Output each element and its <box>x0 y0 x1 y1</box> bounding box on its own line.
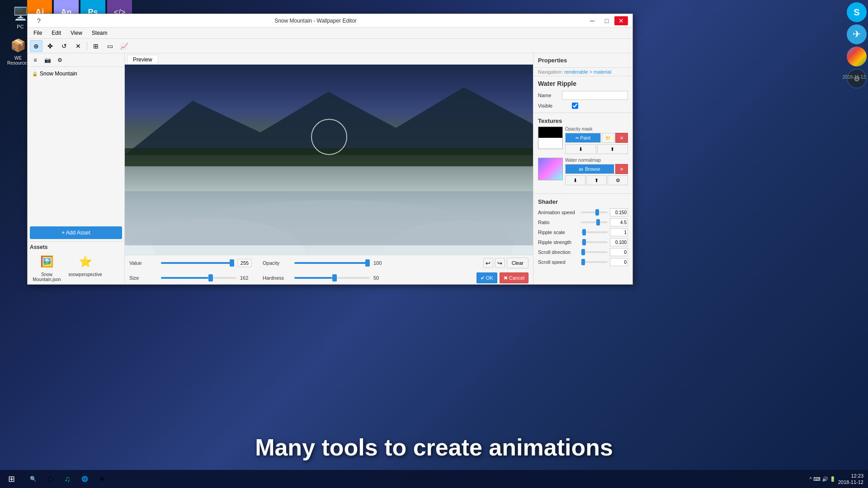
anim-speed-thumb[interactable] <box>595 209 599 216</box>
preview-tab-bar: Preview <box>125 53 533 65</box>
opacity-icon-1[interactable]: ⬇ <box>565 144 596 154</box>
refresh-button[interactable]: ↺ <box>58 40 71 52</box>
scroll-dir-thumb[interactable] <box>581 249 585 255</box>
normalmap-controls: Water normalmap 🗁 Browse ✕ ⬇ ⬆ ⚙ <box>565 158 628 185</box>
tree-item-snow-mountain[interactable]: 🔒 Snow Mountain <box>30 69 122 78</box>
ripple-strength-value[interactable] <box>610 238 628 246</box>
assets-panel: Assets 🖼️ Snow Mountain.json ⭐ snowpersp… <box>28 241 124 284</box>
ratio-thumb[interactable] <box>596 219 600 225</box>
cancel-button[interactable]: ✖ Cancel <box>500 272 528 283</box>
taskbar-cortana[interactable]: ◯ <box>42 471 58 487</box>
list-view-button[interactable]: ≡ <box>30 55 41 65</box>
visible-checkbox[interactable] <box>572 103 578 109</box>
camera-button[interactable]: 📷 <box>42 55 53 65</box>
add-asset-button[interactable]: + Add Asset <box>30 226 122 239</box>
sidebar-toolbar: ≡ 📷 ⚙ <box>28 53 124 67</box>
ripple-scale-slider[interactable] <box>581 229 608 236</box>
hardness-slider-track[interactable] <box>294 277 370 279</box>
scroll-speed-slider[interactable] <box>581 258 608 266</box>
close-tool-button[interactable]: ✕ <box>72 40 85 52</box>
opacity-slider-thumb[interactable] <box>365 259 370 267</box>
clear-button[interactable]: Clear <box>507 258 528 268</box>
taskbar-chrome[interactable]: 🌐 <box>76 471 93 487</box>
close-button[interactable]: ✕ <box>614 16 628 25</box>
menu-steam[interactable]: Steam <box>88 29 111 37</box>
value-input[interactable]: 255 <box>238 259 251 267</box>
paint-btn-row: ✏ Paint 📁 ✕ <box>565 133 628 143</box>
anim-speed-slider[interactable] <box>581 209 608 216</box>
ratio-value[interactable] <box>610 218 628 226</box>
ratio-slider[interactable] <box>581 219 608 226</box>
browse-button[interactable]: 🗁 Browse <box>565 164 614 174</box>
redo-button[interactable]: ↪ <box>495 258 505 268</box>
shader-row-4: Scroll direction <box>538 247 628 257</box>
name-row: Name <box>533 89 632 101</box>
asset-star-icon: ⭐ <box>75 253 95 271</box>
chrome-icon[interactable] <box>847 47 867 66</box>
browse-opacity-button[interactable]: 📁 <box>602 133 614 143</box>
menu-bar: File Edit View Steam <box>28 28 632 39</box>
size-label: Size <box>129 275 156 281</box>
brush-sliders-left: Value 255 Opacity <box>129 258 528 284</box>
ok-cancel-buttons: ✔ OK ✖ Cancel <box>476 272 528 283</box>
tab-preview[interactable]: Preview <box>127 55 158 64</box>
undo-button[interactable]: ↩ <box>483 258 493 268</box>
opacity-icon-2[interactable]: ⬆ <box>597 144 628 154</box>
chart-view-button[interactable]: 📈 <box>118 40 130 52</box>
grid-view-button[interactable]: ⊞ <box>90 40 102 52</box>
size-slider-thumb[interactable] <box>208 274 213 282</box>
ok-button[interactable]: ✔ OK <box>476 272 497 283</box>
name-input[interactable] <box>562 91 628 100</box>
normalmap-icon-2[interactable]: ⬆ <box>586 175 607 185</box>
size-slider-track[interactable] <box>161 277 236 279</box>
ripple-strength-slider[interactable] <box>581 239 608 246</box>
asset-item-snowperspective[interactable]: ⭐ snowperspective <box>68 253 102 282</box>
delete-normalmap-button[interactable]: ✕ <box>615 164 628 174</box>
toolbar: ⊕ ✤ ↺ ✕ ⊞ ▭ 📈 <box>28 39 632 53</box>
date-display: 2018-11-12 <box>843 75 866 80</box>
value-slider-thumb[interactable] <box>230 259 234 267</box>
telegram-icon[interactable]: ✈ <box>847 24 867 44</box>
preview-area[interactable] <box>125 65 533 255</box>
help-button[interactable]: ? <box>32 16 46 25</box>
scroll-speed-value[interactable] <box>610 258 628 266</box>
value-slider-fill <box>161 262 234 264</box>
hardness-slider-thumb[interactable] <box>332 274 337 282</box>
normalmap-icon-1[interactable]: ⬇ <box>565 175 585 185</box>
scroll-dir-value[interactable] <box>610 248 628 256</box>
brush-controls: Value 255 Opacity <box>125 255 533 284</box>
ripple-scale-thumb[interactable] <box>582 229 586 235</box>
frame-view-button[interactable]: ▭ <box>104 40 116 52</box>
delete-opacity-button[interactable]: ✕ <box>615 133 628 143</box>
normalmap-icon-3[interactable]: ⚙ <box>608 175 628 185</box>
taskbar-settings[interactable]: ⚙ <box>94 471 110 487</box>
browse-btn-row: 🗁 Browse ✕ <box>565 164 628 174</box>
textures-title: Textures <box>538 117 628 124</box>
transform-tool-button[interactable]: ✤ <box>44 40 57 52</box>
maximize-button[interactable]: □ <box>600 16 613 25</box>
settings-button[interactable]: ⚙ <box>54 55 65 65</box>
scroll-speed-thumb[interactable] <box>581 259 585 265</box>
taskbar-spotify[interactable]: ♫ <box>59 471 75 487</box>
anim-speed-value[interactable] <box>610 208 628 216</box>
ripple-strength-thumb[interactable] <box>582 239 586 245</box>
menu-file[interactable]: File <box>30 29 46 37</box>
skype-icon[interactable]: S <box>847 2 867 22</box>
name-label: Name <box>538 93 560 98</box>
water-ripple-title: Water Ripple <box>533 76 632 89</box>
opacity-slider-track[interactable] <box>294 262 370 264</box>
asset-item-snow-mountain[interactable]: 🖼️ Snow Mountain.json <box>30 253 64 282</box>
ripple-scale-value[interactable] <box>610 228 628 236</box>
visible-row: Visible <box>533 101 632 110</box>
start-button[interactable]: ⊞ <box>0 470 23 488</box>
paint-button[interactable]: ✏ Paint <box>565 133 601 143</box>
scroll-dir-slider[interactable] <box>581 249 608 256</box>
value-slider-track[interactable] <box>161 262 234 264</box>
minimize-button[interactable]: ─ <box>585 16 599 25</box>
menu-view[interactable]: View <box>67 29 86 37</box>
left-sidebar: ≡ 📷 ⚙ 🔒 Snow Mountain + Add Asset Assets <box>28 53 125 284</box>
shader-title: Shader <box>538 198 628 205</box>
taskbar-search[interactable]: 🔍 <box>25 471 41 487</box>
menu-edit[interactable]: Edit <box>48 29 65 37</box>
move-tool-button[interactable]: ⊕ <box>30 40 42 52</box>
